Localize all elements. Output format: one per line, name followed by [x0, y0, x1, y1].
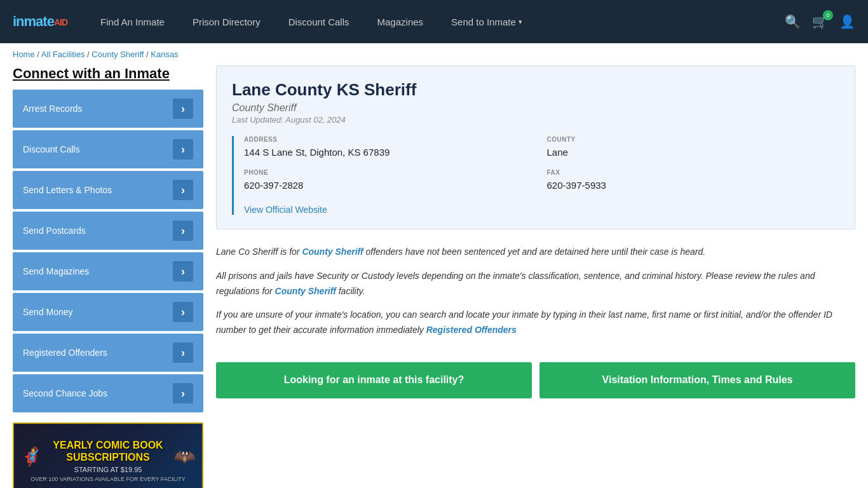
fax-value: 620-397-5933: [547, 179, 840, 192]
site-header: inmateAID Find An Inmate Prison Director…: [0, 0, 868, 43]
facility-updated: Last Updated: August 02, 2024: [232, 115, 839, 125]
breadcrumb-all-facilities[interactable]: All Facilities: [41, 50, 85, 59]
fax-section: FAX 620-397-5933: [547, 169, 840, 192]
ad-subtitle: STARTING AT $19.95: [48, 466, 168, 473]
user-icon[interactable]: 👤: [839, 14, 855, 29]
nav-find-inmate[interactable]: Find An Inmate: [86, 17, 179, 27]
ad-small-text: OVER 100 VARIATIONS AVAILABLE FOR EVERY …: [31, 476, 186, 482]
desc-paragraph-1: Lane Co Sheriff is for County Sheriff of…: [216, 245, 855, 260]
sidebar-btn-send-magazines[interactable]: Send Magazines ›: [13, 252, 203, 290]
comic-ad-banner[interactable]: 🦸 YEARLY COMIC BOOK SUBSCRIPTIONS STARTI…: [13, 423, 203, 488]
cart-badge: 0: [823, 10, 833, 20]
website-link[interactable]: View Official Website: [244, 205, 327, 215]
arrow-icon: ›: [173, 261, 193, 281]
breadcrumb-kansas[interactable]: Kansas: [151, 50, 178, 59]
sidebar: Connect with an Inmate Arrest Records › …: [13, 65, 203, 488]
website-section: View Official Website: [244, 205, 839, 215]
phone-label: PHONE: [244, 169, 537, 176]
facility-card: Lane County KS Sheriff County Sheriff La…: [216, 65, 855, 229]
nav-discount-calls[interactable]: Discount Calls: [275, 17, 363, 27]
breadcrumb: Home / All Facilities / County Sheriff /…: [0, 43, 868, 65]
sidebar-title: Connect with an Inmate: [13, 65, 203, 82]
breadcrumb-county-sheriff[interactable]: County Sheriff: [92, 50, 144, 59]
search-icon[interactable]: 🔍: [785, 14, 801, 29]
arrow-icon: ›: [173, 302, 193, 322]
fax-label: FAX: [547, 169, 840, 176]
header-icons: 🔍 🛒 0 👤: [785, 14, 855, 29]
action-buttons: Looking for an inmate at this facility? …: [216, 362, 855, 398]
nav-send-to-inmate[interactable]: Send to Inmate: [437, 17, 536, 27]
find-inmate-btn[interactable]: Looking for an inmate at this facility?: [216, 362, 532, 398]
county-sheriff-link-1[interactable]: County Sheriff: [302, 247, 363, 257]
sidebar-btn-discount-calls[interactable]: Discount Calls ›: [13, 130, 203, 168]
content-area: Lane County KS Sheriff County Sheriff La…: [216, 65, 855, 488]
sidebar-btn-send-money[interactable]: Send Money ›: [13, 293, 203, 331]
desc-paragraph-3: If you are unsure of your inmate's locat…: [216, 308, 855, 338]
arrow-icon: ›: [173, 220, 193, 241]
logo[interactable]: inmateAID: [13, 13, 67, 30]
address-section: ADDRESS 144 S Lane St, Dighton, KS 67839: [244, 136, 537, 159]
sidebar-btn-send-letters[interactable]: Send Letters & Photos ›: [13, 171, 203, 209]
sidebar-btn-registered-offenders[interactable]: Registered Offenders ›: [13, 334, 203, 372]
cart-icon[interactable]: 🛒 0: [812, 14, 828, 29]
arrow-icon: ›: [173, 383, 193, 403]
main-nav: Find An Inmate Prison Directory Discount…: [86, 17, 785, 27]
arrow-icon: ›: [173, 139, 193, 159]
arrow-icon: ›: [173, 98, 193, 119]
county-sheriff-link-2[interactable]: County Sheriff: [275, 286, 336, 296]
arrow-icon: ›: [173, 342, 193, 363]
registered-offenders-link[interactable]: Registered Offenders: [426, 325, 517, 335]
address-value: 144 S Lane St, Dighton, KS 67839: [244, 146, 537, 159]
county-section: COUNTY Lane: [547, 136, 840, 159]
breadcrumb-home[interactable]: Home: [13, 50, 35, 59]
facility-description: Lane Co Sheriff is for County Sheriff of…: [216, 240, 855, 352]
facility-title: Lane County KS Sheriff: [232, 80, 839, 100]
phone-section: PHONE 620-397-2828: [244, 169, 537, 192]
main-container: Connect with an Inmate Arrest Records › …: [0, 65, 868, 488]
facility-type: County Sheriff: [232, 102, 839, 114]
county-value: Lane: [547, 146, 840, 159]
address-label: ADDRESS: [244, 136, 537, 143]
facility-info-grid: ADDRESS 144 S Lane St, Dighton, KS 67839…: [232, 136, 839, 215]
phone-value: 620-397-2828: [244, 179, 537, 192]
sidebar-btn-second-chance[interactable]: Second Chance Jobs ›: [13, 374, 203, 412]
nav-prison-directory[interactable]: Prison Directory: [179, 17, 275, 27]
arrow-icon: ›: [173, 180, 193, 200]
sidebar-btn-arrest-records[interactable]: Arrest Records ›: [13, 90, 203, 128]
desc-paragraph-2: All prisons and jails have Security or C…: [216, 269, 855, 299]
county-label: COUNTY: [547, 136, 840, 143]
visitation-btn[interactable]: Visitation Information, Times and Rules: [539, 362, 855, 398]
ad-title: YEARLY COMIC BOOK SUBSCRIPTIONS: [48, 439, 168, 463]
nav-magazines[interactable]: Magazines: [363, 17, 438, 27]
sidebar-btn-send-postcards[interactable]: Send Postcards ›: [13, 212, 203, 250]
